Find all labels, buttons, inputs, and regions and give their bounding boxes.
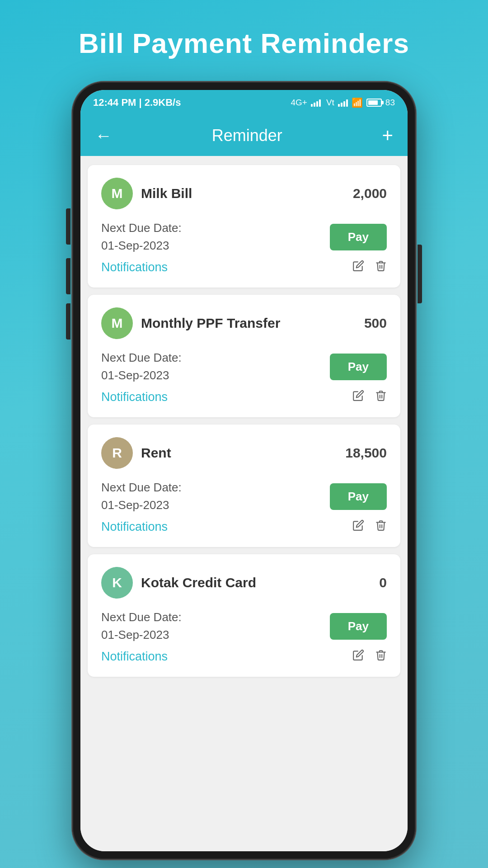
battery-pct: 83 xyxy=(385,98,395,108)
bill-name-4: Kotak Credit Card xyxy=(141,575,256,590)
card-left: R Rent xyxy=(101,437,171,469)
card-top-row: K Kotak Credit Card 0 xyxy=(101,567,387,599)
card-due-row: Next Due Date:01-Sep-2023 Pay xyxy=(101,219,387,255)
card-due-row: Next Due Date:01-Sep-2023 Pay xyxy=(101,349,387,384)
pay-button-4[interactable]: Pay xyxy=(330,613,387,640)
action-icons-3 xyxy=(352,519,387,534)
reminder-card-1: M Milk Bill 2,000 Next Due Date:01-Sep-2… xyxy=(88,165,400,288)
avatar-1: M xyxy=(101,178,133,209)
screen: 12:44 PM | 2.9KB/s 4G+ Vt 📶 xyxy=(80,90,408,851)
edit-icon-2[interactable] xyxy=(352,390,364,405)
battery-indicator xyxy=(366,99,382,107)
due-text-1: Next Due Date:01-Sep-2023 xyxy=(101,219,182,255)
phone-shell: 12:44 PM | 2.9KB/s 4G+ Vt 📶 xyxy=(72,82,416,859)
card-bottom-row: Notifications xyxy=(101,390,387,405)
pay-button-2[interactable]: Pay xyxy=(330,354,387,380)
bill-amount-3: 18,500 xyxy=(345,445,387,461)
edit-icon-4[interactable] xyxy=(352,649,364,664)
bill-amount-4: 0 xyxy=(379,575,387,590)
delete-icon-3[interactable] xyxy=(375,519,387,534)
signal-bars xyxy=(311,99,321,107)
bill-name-2: Monthly PPF Transfer xyxy=(141,316,280,331)
action-icons-2 xyxy=(352,390,387,405)
card-bottom-row: Notifications xyxy=(101,649,387,664)
action-icons-4 xyxy=(352,649,387,664)
pay-button-3[interactable]: Pay xyxy=(330,483,387,510)
delete-icon-2[interactable] xyxy=(375,390,387,405)
status-right: 4G+ Vt 📶 83 xyxy=(291,97,395,108)
card-top-row: R Rent 18,500 xyxy=(101,437,387,469)
status-time: 12:44 PM | 2.9KB/s xyxy=(93,97,181,108)
signal-bars2 xyxy=(338,99,348,107)
delete-icon-1[interactable] xyxy=(375,260,387,275)
avatar-2: M xyxy=(101,307,133,339)
card-left: K Kotak Credit Card xyxy=(101,567,256,599)
card-bottom-row: Notifications xyxy=(101,519,387,534)
due-text-3: Next Due Date:01-Sep-2023 xyxy=(101,479,182,514)
wifi-icon: 📶 xyxy=(352,97,363,108)
card-left: M Monthly PPF Transfer xyxy=(101,307,280,339)
notifications-link-1[interactable]: Notifications xyxy=(101,260,168,274)
card-top-row: M Milk Bill 2,000 xyxy=(101,178,387,209)
add-button[interactable]: + xyxy=(382,125,393,146)
page-title: Bill Payment Reminders xyxy=(79,27,409,59)
due-text-2: Next Due Date:01-Sep-2023 xyxy=(101,349,182,384)
avatar-3: R xyxy=(101,437,133,469)
back-button[interactable]: ← xyxy=(95,126,112,146)
card-due-row: Next Due Date:01-Sep-2023 Pay xyxy=(101,479,387,514)
avatar-4: K xyxy=(101,567,133,599)
header-title: Reminder xyxy=(212,126,282,145)
card-bottom-row: Notifications xyxy=(101,260,387,275)
reminder-card-3: R Rent 18,500 Next Due Date:01-Sep-2023 … xyxy=(88,425,400,547)
bill-name-1: Milk Bill xyxy=(141,186,192,201)
network-text2: Vt xyxy=(326,98,334,108)
delete-icon-4[interactable] xyxy=(375,649,387,664)
card-due-row: Next Due Date:01-Sep-2023 Pay xyxy=(101,609,387,644)
pay-button-1[interactable]: Pay xyxy=(330,224,387,250)
notifications-link-4[interactable]: Notifications xyxy=(101,650,168,664)
reminder-card-4: K Kotak Credit Card 0 Next Due Date:01-S… xyxy=(88,554,400,677)
status-bar: 12:44 PM | 2.9KB/s 4G+ Vt 📶 xyxy=(80,90,408,115)
notifications-link-3[interactable]: Notifications xyxy=(101,520,168,534)
card-top-row: M Monthly PPF Transfer 500 xyxy=(101,307,387,339)
battery-fill xyxy=(368,100,378,105)
reminder-card-2: M Monthly PPF Transfer 500 Next Due Date… xyxy=(88,295,400,417)
card-left: M Milk Bill xyxy=(101,178,192,209)
app-header: ← Reminder + xyxy=(80,115,408,156)
bill-amount-1: 2,000 xyxy=(353,186,387,201)
edit-icon-1[interactable] xyxy=(352,260,364,275)
bill-name-3: Rent xyxy=(141,445,171,461)
reminders-list: M Milk Bill 2,000 Next Due Date:01-Sep-2… xyxy=(80,156,408,851)
notifications-link-2[interactable]: Notifications xyxy=(101,390,168,404)
due-text-4: Next Due Date:01-Sep-2023 xyxy=(101,609,182,644)
bill-amount-2: 500 xyxy=(364,316,387,331)
action-icons-1 xyxy=(352,260,387,275)
edit-icon-3[interactable] xyxy=(352,519,364,534)
network-text: 4G+ xyxy=(291,98,307,108)
